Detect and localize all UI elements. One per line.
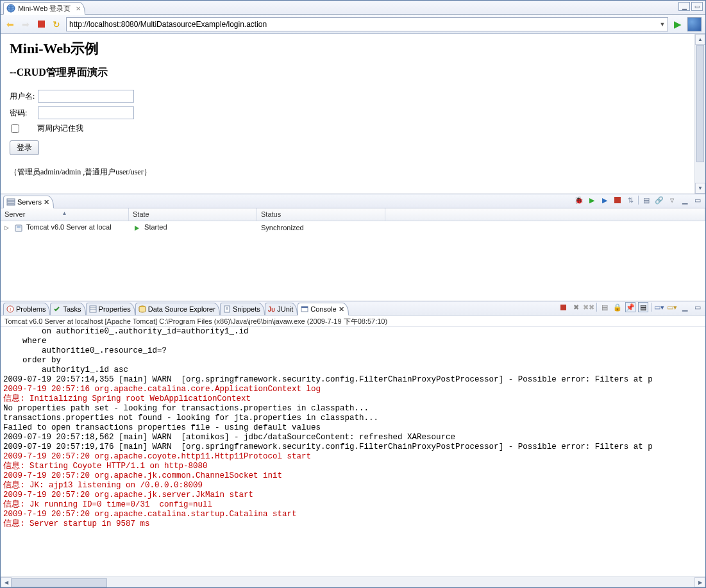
go-button[interactable]: ▶ (672, 19, 684, 30)
console-output[interactable]: on authoritie0_.authority_id=authority1_… (1, 327, 705, 576)
console-line: authority1_.id asc (3, 365, 703, 375)
tasks-icon (53, 305, 61, 313)
scroll-lock-icon[interactable]: 🔒 (612, 302, 623, 312)
url-input[interactable] (67, 20, 657, 29)
col-server[interactable]: Server ▲ (1, 208, 129, 221)
properties-icon (89, 305, 97, 313)
maximize-view-icon[interactable]: ▭ (693, 195, 703, 205)
console-line: 信息: Initializing Spring root WebApplicat… (3, 394, 703, 404)
console-line: 2009-07-19 20:57:18,562 [main] WARN [ato… (3, 433, 703, 442)
scroll-down-icon[interactable]: ▼ (695, 183, 705, 194)
console-line: where (3, 337, 703, 346)
terminate-icon[interactable] (558, 302, 568, 312)
scroll-up-icon[interactable]: ▲ (695, 34, 705, 45)
start-server-icon[interactable]: ▶ (587, 195, 597, 205)
remove-launch-icon[interactable]: ✖ (571, 302, 581, 312)
tab-console[interactable]: Console ✕ (298, 303, 348, 315)
console-line: 信息: JK: ajp13 listening on /0.0.0.0:8009 (3, 481, 703, 491)
forward-button[interactable]: ➡ (20, 19, 31, 30)
link-icon[interactable]: 🔗 (654, 195, 664, 205)
console-line: authoritie0_.resource_id=? (3, 346, 703, 356)
close-icon[interactable]: ✕ (76, 5, 81, 12)
stop-server-icon[interactable] (612, 195, 623, 205)
console-line: 2009-7-19 20:57:20 org.apache.jk.common.… (3, 471, 703, 481)
svg-rect-9 (90, 306, 96, 312)
editor-tab[interactable]: Mini-Web 登录页 ✕ (3, 2, 85, 15)
login-button[interactable]: 登录 (10, 140, 39, 155)
close-icon[interactable]: ✕ (44, 198, 49, 206)
tab-properties[interactable]: Properties (86, 303, 135, 315)
address-bar: ▼ (66, 17, 668, 31)
close-icon[interactable]: ✕ (339, 305, 344, 314)
console-line: 2009-07-19 20:57:14,355 [main] WARN [org… (3, 375, 703, 385)
svg-text:!: ! (10, 307, 11, 312)
maximize-button[interactable]: ▭ (691, 2, 703, 11)
junit-icon: Jᴜ (268, 306, 276, 313)
horizontal-scrollbar[interactable]: ◀ ▶ (1, 576, 705, 587)
server-icon (15, 224, 22, 232)
console-icon (301, 305, 308, 313)
remove-all-icon[interactable]: ✖✖ (584, 302, 594, 312)
publish-server-icon[interactable]: ⇅ (625, 195, 635, 205)
username-input[interactable] (38, 90, 134, 103)
stop-button[interactable] (35, 19, 47, 30)
password-input[interactable] (38, 106, 134, 119)
back-button[interactable]: ⬅ (4, 19, 16, 30)
expand-icon[interactable]: ▷ (4, 224, 11, 231)
console-line: Failed to open transactions properties f… (3, 423, 703, 433)
editor-tab-label: Mini-Web 登录页 (18, 4, 71, 13)
svg-rect-2 (7, 201, 15, 203)
browser-viewport: Mini-Web示例 --CRUD管理界面演示 用户名: 密码: 两周内记住我 … (1, 34, 705, 194)
tab-junit[interactable]: Jᴜ JUnit (265, 303, 298, 315)
started-icon (133, 224, 140, 232)
console-line: 2009-7-19 20:57:20 org.apache.catalina.s… (3, 510, 703, 519)
maximize-view-icon[interactable]: ▭ (693, 302, 703, 312)
remember-label: 两周内记住我 (37, 123, 83, 134)
console-line: 2009-07-19 20:57:19,176 [main] WARN [org… (3, 442, 703, 452)
col-state[interactable]: State (129, 208, 257, 221)
scroll-right-icon[interactable]: ▶ (694, 577, 705, 587)
server-row[interactable]: ▷ Tomcat v6.0 Server at local Started Sy… (1, 221, 705, 234)
browser-toolbar: ⬅ ➡ ↻ ▼ ▶ (1, 15, 705, 34)
svg-marker-6 (135, 226, 139, 231)
url-history-dropdown[interactable]: ▼ (657, 21, 668, 28)
username-label: 用户名: (10, 91, 38, 102)
remember-checkbox[interactable] (11, 124, 19, 133)
servers-tab-label: Servers (17, 198, 42, 206)
minimize-button[interactable]: ▁ (678, 2, 690, 11)
refresh-button[interactable]: ↻ (51, 19, 62, 30)
bottom-area: ! Problems Tasks Properties Data Source … (1, 301, 705, 587)
col-status[interactable]: Status (257, 208, 385, 221)
console-line: No properties path set - looking for tra… (3, 404, 703, 414)
open-console-icon[interactable]: ▭▾ (667, 302, 677, 312)
pin-console-icon[interactable]: 📌 (625, 302, 635, 312)
snippets-icon (223, 305, 231, 313)
tab-snippets[interactable]: Snippets (220, 303, 265, 315)
editor-tabstrip: Mini-Web 登录页 ✕ ▁ ▭ (1, 1, 705, 15)
datasource-icon (139, 305, 146, 313)
minimize-view-icon[interactable]: ▁ (680, 302, 690, 312)
debug-server-icon[interactable]: 🐞 (574, 195, 584, 205)
scroll-left-icon[interactable]: ◀ (1, 577, 12, 587)
servers-tab[interactable]: Servers ✕ (3, 196, 54, 208)
open-external-button[interactable] (687, 17, 702, 31)
servers-table-header: Server ▲ State Status (1, 208, 705, 221)
tab-tasks[interactable]: Tasks (50, 303, 85, 315)
display-selected-console-icon[interactable]: ▭▾ (654, 302, 664, 312)
tab-problems[interactable]: ! Problems (3, 303, 50, 315)
tab-data-source-explorer[interactable]: Data Source Explorer (135, 303, 220, 315)
server-state: Started (144, 223, 167, 231)
profile-server-icon[interactable]: ▶ (600, 195, 610, 205)
bottom-views-tabbar: ! Problems Tasks Properties Data Source … (1, 301, 705, 315)
minimize-view-icon[interactable]: ▁ (680, 195, 690, 205)
console-line: 信息: Starting Coyote HTTP/1.1 on http-808… (3, 462, 703, 471)
svg-rect-1 (7, 199, 15, 201)
vertical-scrollbar[interactable]: ▲ ▼ (694, 34, 705, 194)
page-subtitle: --CRUD管理界面演示 (10, 66, 685, 80)
view-menu-icon[interactable]: ▤ (641, 195, 651, 205)
login-hint: （管理员admin/admin ,普通用户user/user） (10, 167, 685, 178)
menu-dropdown-icon[interactable]: ▽ (667, 195, 677, 205)
server-name: Tomcat v6.0 Server at local (26, 223, 112, 231)
clear-console-icon[interactable]: ▤ (600, 302, 610, 312)
show-console-icon[interactable]: ▤ (638, 302, 648, 312)
